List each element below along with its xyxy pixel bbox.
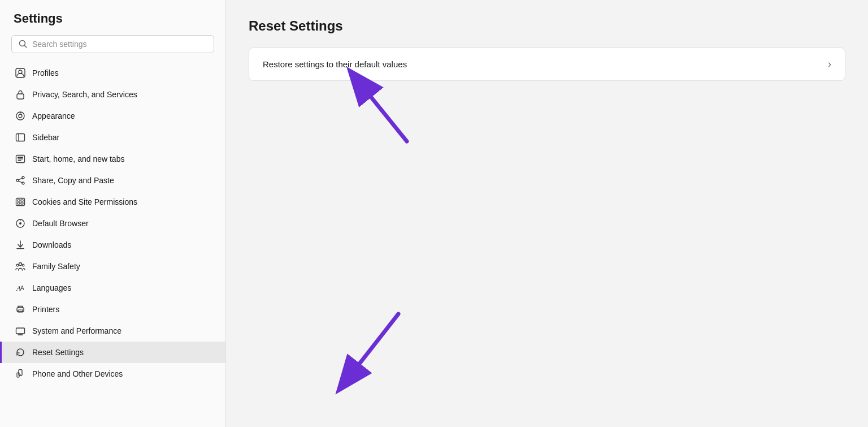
svg-point-14 [22,182,24,184]
restore-settings-card[interactable]: Restore settings to their default values… [249,48,845,81]
sidebar-item-downloads[interactable]: Downloads [0,234,225,256]
start-home-icon [15,154,25,164]
svg-point-23 [19,222,21,225]
svg-line-43 [359,82,407,141]
printers-icon [15,304,25,314]
svg-point-29 [22,264,24,266]
phone-devices-icon [15,369,25,379]
svg-rect-18 [18,200,20,201]
search-icon [19,40,28,49]
svg-point-34 [23,309,24,310]
downloads-icon [15,240,25,250]
sidebar-label-start-home: Start, home, and new tabs [32,154,124,163]
sidebar-icon [15,132,25,143]
svg-point-6 [19,114,22,118]
svg-line-1 [25,46,27,48]
sidebar-item-system-perf[interactable]: System and Performance [0,320,225,342]
appearance-icon [15,111,25,121]
privacy-icon [15,89,25,100]
svg-line-15 [19,178,22,180]
sidebar-label-appearance: Appearance [32,111,75,120]
sidebar-label-phone-devices: Phone and Other Devices [32,369,123,378]
sidebar-item-languages[interactable]: A A Languages [0,277,225,299]
svg-line-16 [19,181,22,183]
search-input[interactable] [32,40,207,49]
sidebar-item-share-copy[interactable]: Share, Copy and Paste [0,170,225,191]
chevron-right-icon: › [828,58,831,70]
svg-point-13 [16,179,19,182]
svg-point-27 [19,263,22,266]
sidebar-label-sidebar: Sidebar [32,133,59,142]
restore-settings-label: Restore settings to their default values [263,59,407,69]
sidebar-title: Settings [0,11,225,35]
sidebar-label-reset-settings: Reset Settings [32,348,84,357]
profiles-icon [15,68,25,78]
sidebar-item-profiles[interactable]: Profiles [0,62,225,84]
sidebar-label-privacy: Privacy, Search, and Services [32,90,137,99]
sidebar-label-family-safety: Family Safety [32,262,80,271]
sidebar-item-phone-devices[interactable]: Phone and Other Devices [0,363,225,385]
sidebar-label-cookies: Cookies and Site Permissions [32,197,137,206]
sidebar-item-default-browser[interactable]: Default Browser [0,213,225,234]
sidebar-item-cookies[interactable]: Cookies and Site Permissions [0,191,225,213]
svg-rect-21 [21,202,23,204]
cookies-icon [15,197,25,207]
languages-icon: A A [15,283,25,293]
svg-rect-20 [18,202,20,204]
sidebar-label-profiles: Profiles [32,68,59,77]
svg-rect-35 [16,328,25,334]
sidebar-label-share-copy: Share, Copy and Paste [32,176,114,185]
svg-rect-11 [18,157,23,158]
system-perf-icon [15,326,25,336]
sidebar-label-printers: Printers [32,305,59,314]
sidebar-item-printers[interactable]: Printers [0,299,225,320]
svg-rect-4 [17,94,24,99]
svg-rect-17 [16,199,25,206]
svg-rect-8 [16,134,25,141]
sidebar-item-family-safety[interactable]: Family Safety [0,256,225,277]
svg-text:A: A [20,285,24,291]
svg-point-12 [22,176,24,179]
sidebar-label-downloads: Downloads [32,240,71,249]
sidebar-item-start-home[interactable]: Start, home, and new tabs [0,148,225,170]
sidebar-label-languages: Languages [32,283,71,292]
svg-rect-19 [21,200,23,201]
sidebar-item-reset-settings[interactable]: Reset Settings [0,342,225,363]
sidebar: Settings Profiles [0,0,226,427]
svg-rect-33 [18,310,23,312]
nav-list: Profiles Privacy, Search, and Services [0,60,225,387]
sidebar-label-default-browser: Default Browser [32,219,89,228]
main-content: Reset Settings Restore settings to their… [226,0,868,427]
search-box[interactable] [11,35,214,53]
svg-point-28 [16,264,19,266]
page-title: Reset Settings [249,18,845,34]
svg-line-44 [348,314,398,379]
sidebar-item-privacy[interactable]: Privacy, Search, and Services [0,84,225,105]
sidebar-item-appearance[interactable]: Appearance [0,105,225,127]
share-copy-icon [15,175,25,186]
svg-rect-40 [17,373,19,377]
svg-point-3 [19,70,22,74]
sidebar-label-system-perf: System and Performance [32,326,121,335]
sidebar-item-sidebar[interactable]: Sidebar [0,127,225,148]
family-safety-icon [15,261,25,271]
default-browser-icon [15,218,25,228]
reset-settings-icon [15,347,25,357]
